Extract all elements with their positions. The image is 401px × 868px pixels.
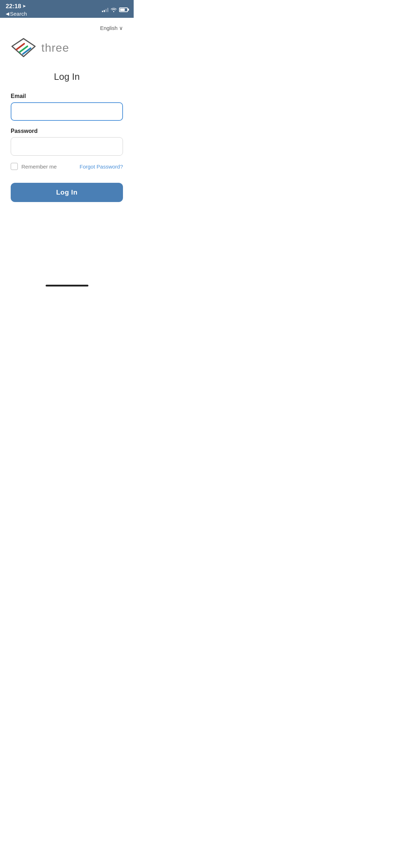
login-button[interactable]: Log In — [11, 183, 123, 202]
three-logo-icon — [11, 37, 36, 58]
remember-me-label: Remember me — [21, 164, 57, 170]
back-label: Search — [10, 11, 27, 17]
location-icon: ➤ — [22, 4, 26, 9]
password-label: Password — [11, 128, 123, 134]
remember-me-checkbox[interactable] — [11, 163, 18, 170]
back-chevron-icon: ◀ — [6, 11, 9, 16]
email-label: Email — [11, 93, 123, 99]
status-time: 22:18 ➤ — [6, 3, 27, 10]
password-form-group: Password — [11, 128, 123, 156]
status-bar: 22:18 ➤ ◀ Search — [0, 0, 134, 18]
language-selector[interactable]: English ∨ — [100, 25, 123, 31]
language-row: English ∨ — [11, 25, 123, 31]
battery-icon — [119, 7, 128, 12]
time-display: 22:18 — [6, 3, 21, 10]
logo-area: three — [11, 37, 123, 58]
email-input[interactable] — [11, 102, 123, 121]
status-bar-right — [102, 7, 128, 12]
back-navigation[interactable]: ◀ Search — [6, 11, 27, 17]
logo-text: three — [41, 41, 69, 55]
remember-forgot-row: Remember me Forgot Password? — [11, 163, 123, 170]
home-indicator — [46, 285, 88, 286]
password-input[interactable] — [11, 137, 123, 156]
forgot-password-link[interactable]: Forgot Password? — [79, 164, 123, 170]
battery-fill — [120, 9, 125, 11]
login-title: Log In — [11, 71, 123, 82]
status-bar-left: 22:18 ➤ ◀ Search — [6, 3, 27, 17]
signal-icon — [102, 7, 108, 12]
main-content: English ∨ three Log In Email Password Re… — [0, 18, 134, 209]
wifi-icon — [110, 7, 117, 12]
remember-left: Remember me — [11, 163, 57, 170]
email-form-group: Email — [11, 93, 123, 121]
